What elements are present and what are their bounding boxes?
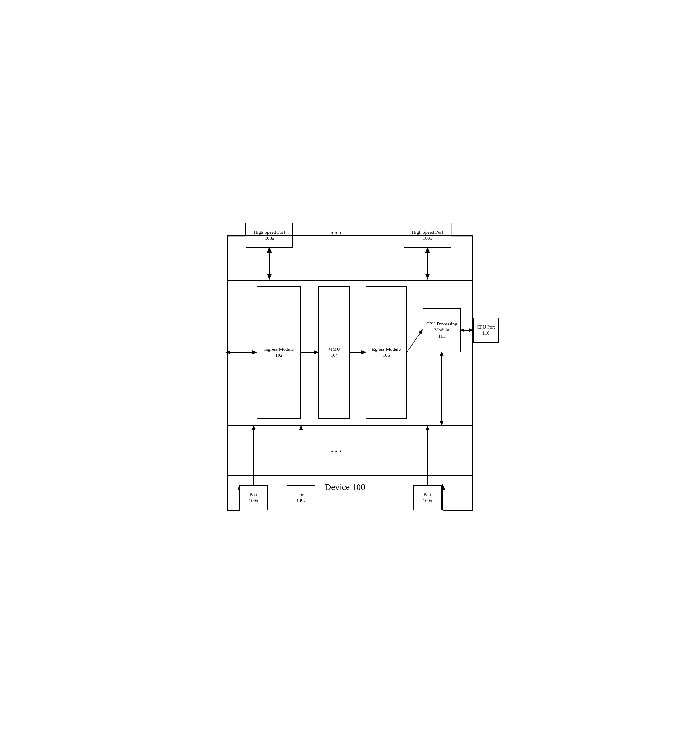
egress-module-block: Egress Module 106 [366, 286, 407, 419]
port-left1-block: Port 109x [239, 485, 268, 511]
port-right-block: Port 109x [413, 485, 442, 511]
ingress-module-block: Ingress Module 102 [257, 286, 301, 419]
cpu-port-ref: 110 [483, 330, 489, 337]
port-left2-label: Port [297, 492, 305, 498]
port-left1-label: Port [249, 492, 257, 498]
ingress-ref: 102 [276, 352, 283, 359]
mmu-ref: 104 [331, 352, 338, 359]
cpu-proc-label: CPU Processing Module [423, 321, 460, 333]
egress-ref: 106 [383, 352, 390, 359]
top-bus-line [227, 280, 473, 281]
top-ellipsis: ... [331, 226, 343, 236]
port-left2-block: Port 109x [287, 485, 315, 511]
bottom-ellipsis: ... [331, 444, 343, 454]
hsp-right-label: High Speed Port [412, 229, 443, 236]
ingress-label: Ingress Module [264, 346, 294, 353]
diagram: High Speed Port 108a ... High Speed Port… [208, 216, 492, 514]
egress-label: Egress Module [372, 346, 401, 353]
cpu-port-label: CPU Port [477, 324, 495, 330]
port-left2-ref: 109x [296, 498, 306, 504]
hsp-left-label: High Speed Port [254, 229, 285, 236]
port-left1-ref: 109x [249, 498, 258, 504]
mmu-block: MMU 104 [318, 286, 350, 419]
cpu-proc-ref: 111 [438, 333, 445, 340]
cpu-port-block: CPU Port 110 [473, 318, 499, 343]
bottom-bus-line [227, 425, 473, 426]
port-right-ref: 109x [423, 498, 432, 504]
mmu-label: MMU [328, 346, 340, 353]
port-right-label: Port [423, 492, 431, 498]
cpu-proc-block: CPU Processing Module 111 [423, 308, 461, 352]
device-label: Device 100 [325, 482, 365, 492]
